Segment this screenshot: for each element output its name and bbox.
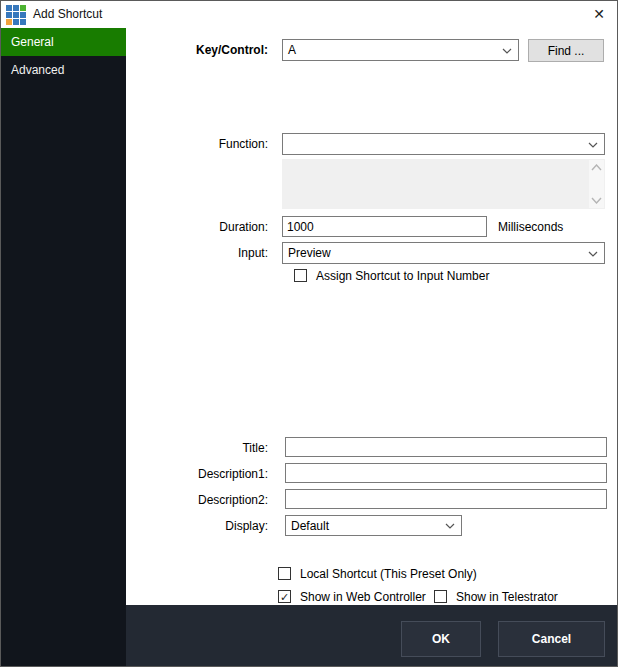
title-input[interactable] bbox=[285, 437, 607, 457]
sidebar-item-advanced[interactable]: Advanced bbox=[1, 56, 126, 84]
input-value: Preview bbox=[288, 246, 331, 260]
find-button[interactable]: Find ... bbox=[528, 39, 604, 62]
title-label: Title: bbox=[126, 437, 268, 459]
ok-button[interactable]: OK bbox=[401, 621, 481, 657]
app-grid-icon bbox=[6, 5, 26, 25]
display-label: Display: bbox=[126, 515, 268, 537]
sidebar-item-general[interactable]: General bbox=[1, 28, 126, 56]
sidebar-item-label: Advanced bbox=[11, 63, 64, 77]
input-select[interactable]: Preview bbox=[282, 242, 605, 264]
local-shortcut-label: Local Shortcut (This Preset Only) bbox=[300, 567, 477, 582]
local-shortcut-row: Local Shortcut (This Preset Only) bbox=[126, 567, 617, 582]
function-select[interactable] bbox=[282, 133, 605, 155]
chevron-down-icon bbox=[445, 523, 455, 529]
description1-label: Description1: bbox=[126, 463, 268, 485]
local-shortcut-checkbox[interactable] bbox=[278, 567, 291, 580]
function-listbox[interactable] bbox=[282, 159, 605, 209]
close-icon[interactable]: ✕ bbox=[583, 1, 615, 28]
chevron-down-icon bbox=[502, 48, 512, 54]
window-title: Add Shortcut bbox=[33, 1, 102, 28]
assign-shortcut-row: Assign Shortcut to Input Number bbox=[126, 269, 617, 284]
chevron-down-icon bbox=[588, 251, 598, 257]
key-control-value: A bbox=[288, 43, 296, 57]
scroll-up-icon[interactable] bbox=[591, 164, 602, 171]
chevron-down-icon bbox=[588, 142, 598, 148]
milliseconds-label: Milliseconds bbox=[498, 216, 563, 238]
key-control-label: Key/Control: bbox=[126, 39, 268, 61]
footer-bar: OK Cancel bbox=[126, 605, 617, 666]
add-shortcut-dialog: Add Shortcut ✕ General Advanced Key/Cont… bbox=[0, 0, 618, 667]
assign-shortcut-label: Assign Shortcut to Input Number bbox=[316, 269, 489, 284]
listbox-scrollbar[interactable] bbox=[589, 160, 604, 208]
description2-input[interactable] bbox=[285, 489, 607, 509]
duration-input[interactable] bbox=[282, 216, 487, 237]
web-controller-label: Show in Web Controller bbox=[300, 590, 426, 605]
scroll-down-icon[interactable] bbox=[591, 197, 602, 204]
telestrator-checkbox[interactable] bbox=[434, 590, 447, 603]
input-label: Input: bbox=[126, 242, 268, 264]
assign-shortcut-checkbox[interactable] bbox=[294, 269, 307, 282]
description1-input[interactable] bbox=[285, 463, 607, 483]
title-bar: Add Shortcut ✕ bbox=[1, 1, 617, 28]
duration-label: Duration: bbox=[126, 216, 268, 238]
sidebar-item-label: General bbox=[11, 35, 54, 49]
description2-label: Description2: bbox=[126, 489, 268, 511]
key-control-select[interactable]: A bbox=[282, 39, 519, 61]
display-select[interactable]: Default bbox=[285, 515, 462, 536]
general-panel: Key/Control: A Find ... Function: Durati… bbox=[126, 28, 617, 605]
show-in-row: ✓ Show in Web Controller Show in Telestr… bbox=[126, 590, 617, 605]
web-controller-checkbox[interactable]: ✓ bbox=[278, 590, 291, 603]
cancel-button[interactable]: Cancel bbox=[498, 621, 605, 657]
function-label: Function: bbox=[126, 133, 268, 155]
sidebar: General Advanced bbox=[1, 28, 126, 666]
display-value: Default bbox=[291, 519, 329, 533]
telestrator-label: Show in Telestrator bbox=[456, 590, 558, 605]
